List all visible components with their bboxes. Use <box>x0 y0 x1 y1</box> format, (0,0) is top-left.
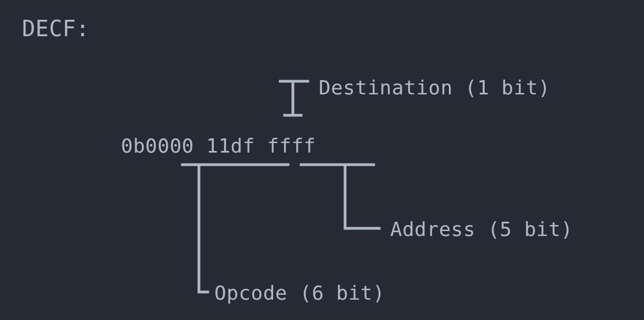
destination-connector <box>280 81 308 115</box>
diagram-root: DECF: 0b0000 11df ffff Destination (1 bi… <box>0 0 644 320</box>
annotation-lines <box>0 0 644 320</box>
opcode-connector <box>182 165 288 292</box>
address-connector <box>301 165 379 228</box>
